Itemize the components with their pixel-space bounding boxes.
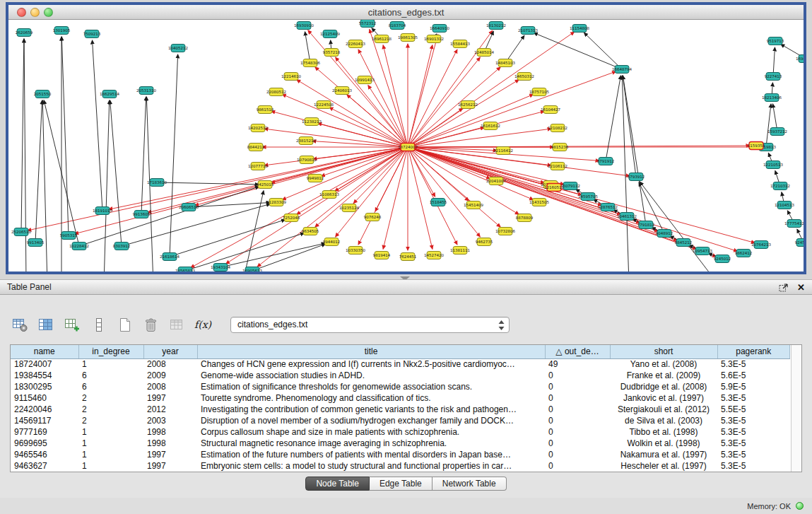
memory-indicator-icon[interactable] [796,502,804,510]
tab-network-table[interactable]: Network Table [433,477,507,491]
graph-edge[interactable] [606,76,620,161]
table-cell[interactable]: Corpus callosum shape and size in male p… [197,426,545,438]
table-cell[interactable]: 18724007 [11,358,78,370]
table-cell[interactable]: 14569117 [11,415,78,426]
graph-edge[interactable] [297,80,408,147]
table-cell[interactable]: 5.3E-5 [717,415,790,426]
table-cell[interactable]: Dudbridge et al. (2008) [610,381,717,392]
table-row[interactable]: 2242004622012Investigating the contribut… [11,404,790,415]
table-cell[interactable]: 5.6E-5 [717,370,790,381]
table-cell[interactable]: 9777169 [11,426,78,438]
table-cell[interactable]: 0 [545,381,610,392]
table-cell[interactable]: 19384554 [11,370,78,381]
graph-edge[interactable] [24,39,26,271]
table-cell[interactable]: 2012 [143,404,197,415]
column-header-name[interactable]: name [11,345,78,358]
table-row[interactable]: 911546021997Tourette syndrome. Phenomeno… [11,392,790,404]
network-canvas[interactable]: 9815236121061121074619711431505887880910… [8,20,804,271]
graph-edge[interactable] [42,100,47,271]
graph-edge[interactable] [408,147,601,205]
graph-edge[interactable] [766,104,771,147]
import-table-icon[interactable] [168,316,185,333]
table-cell[interactable]: 5.5E-5 [717,404,790,415]
graph-edge[interactable] [170,54,178,257]
table-cell[interactable]: 9463627 [11,460,78,472]
table-cell[interactable]: Genome-wide association studies in ADHD. [197,370,545,381]
tab-edge-table[interactable]: Edge Table [370,477,433,491]
graph-edge[interactable] [220,243,325,267]
graph-edge[interactable] [408,35,438,147]
table-cell[interactable]: 9115460 [11,392,78,404]
table-cell[interactable]: 0 [545,438,610,449]
table-row[interactable]: 1830029562008Estimation of significance … [11,381,790,392]
table-cell[interactable]: 1997 [143,449,197,460]
zoom-window-button[interactable] [44,8,53,17]
table-scrollbar[interactable] [791,345,801,472]
table-cell[interactable]: 2008 [143,358,197,370]
table-cell[interactable]: 1 [78,460,143,472]
table-cell[interactable]: Embryonic stem cells: a model to study s… [197,460,545,472]
column-header-in_degree[interactable]: in_degree [78,345,143,358]
table-settings-icon[interactable] [11,316,28,333]
graph-edge[interactable] [189,203,270,207]
table-cell[interactable]: 5.9E-5 [717,381,790,392]
table-cell[interactable]: Estimation of significance thresholds fo… [197,381,545,392]
table-row[interactable]: 1456911722003Disruption of a novel membe… [11,415,790,426]
table-cell[interactable]: 0 [545,426,610,438]
table-cell[interactable]: Structural magnetic resonance image aver… [197,438,545,449]
table-cell[interactable]: 0 [545,370,610,381]
table-row[interactable]: 1872400712008Changes of HCN gene express… [11,358,790,370]
table-cell[interactable]: 6 [78,370,143,381]
column-header-short[interactable]: short [610,345,717,358]
table-cell[interactable]: 18300295 [11,381,78,392]
table-cell[interactable]: 1 [78,449,143,460]
table-cell[interactable]: 5.3E-5 [717,392,790,404]
graph-edge[interactable] [370,30,408,147]
table-cell[interactable]: Yano et al. (2008) [610,358,717,370]
table-cell[interactable]: 0 [545,415,610,426]
graph-edge[interactable] [312,141,408,147]
new-document-icon[interactable] [116,316,133,333]
network-view[interactable]: 9815236121061121074619711431505887880910… [8,20,804,271]
graph-edge[interactable] [622,76,629,271]
graph-edge[interactable] [305,32,310,63]
column-header-year[interactable]: year [143,345,197,358]
column-header-pagerank[interactable]: pagerank [717,345,790,358]
delete-table-icon[interactable] [142,316,159,333]
table-cell[interactable]: 1997 [143,392,197,404]
graph-edge[interactable] [104,100,110,271]
graph-edge[interactable] [408,71,616,147]
table-row[interactable]: 1938455462009Genome-wide association stu… [11,370,790,381]
table-cell[interactable]: Franke et al. (2009) [610,370,717,381]
function-builder-button[interactable]: f(x) [194,316,211,333]
table-cell[interactable]: 1997 [143,460,197,472]
column-header-title[interactable]: title [197,345,545,358]
table-cell[interactable]: 5.3E-5 [717,358,790,370]
graph-edge[interactable] [322,147,408,176]
window-titlebar[interactable]: citations_edges.txt [8,5,804,20]
table-cell[interactable]: 0 [545,404,610,415]
table-cell[interactable]: 2 [78,404,143,415]
table-cell[interactable]: 5.3E-5 [717,426,790,438]
graph-edge[interactable] [141,97,146,214]
table-cell[interactable]: 5.3E-5 [717,449,790,460]
table-cell[interactable]: 2009 [143,370,197,381]
table-cell[interactable]: 6 [78,381,143,392]
table-row[interactable]: 946362711997Embryonic stem cells: a mode… [11,460,790,472]
table-row[interactable]: 969969511998Structural magnetic resonanc… [11,438,790,449]
table-cell[interactable]: Stergiakouli et al. (2012) [610,404,717,415]
table-cell[interactable]: 2008 [143,381,197,392]
table-cell[interactable]: 9465546 [11,449,78,460]
table-cell[interactable]: 1 [78,438,143,449]
graph-edge[interactable] [21,39,24,232]
column-header-out_de[interactable]: △ out_de… [545,345,610,358]
close-window-button[interactable] [17,8,26,17]
table-cell[interactable]: 0 [545,460,610,472]
rows-icon[interactable] [90,316,107,333]
table-cell[interactable]: Tibbo et al. (1998) [610,426,717,438]
graph-edge[interactable] [408,147,548,186]
edit-table-icon[interactable] [64,316,81,333]
graph-edge[interactable] [257,147,408,267]
graph-edge[interactable] [61,37,69,235]
table-cell[interactable]: 1 [78,358,143,370]
